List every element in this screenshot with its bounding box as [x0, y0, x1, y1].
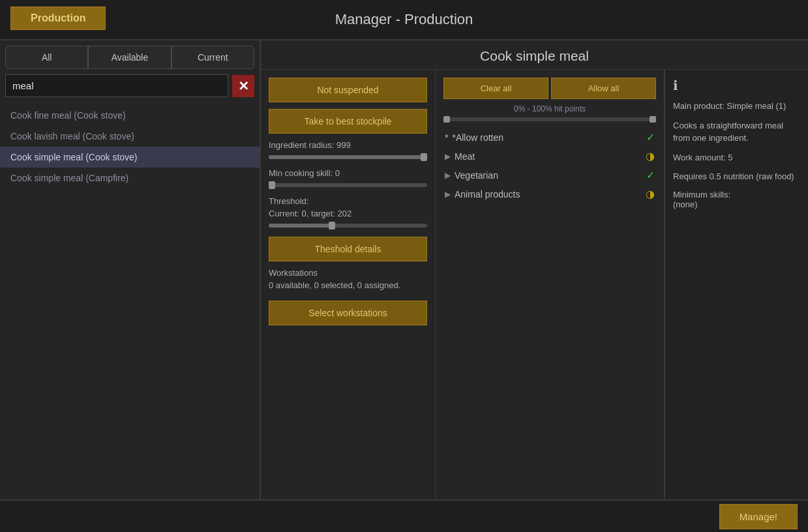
hp-right-thumb[interactable]	[650, 116, 656, 123]
requires-text: Requires 0.5 nutrition (raw food)	[673, 170, 800, 183]
tab-available[interactable]: Available	[88, 46, 171, 69]
animal-products-label: Animal products	[455, 189, 646, 200]
recipe-list: Cook fine meal (Cook stove) Cook lavish …	[0, 102, 260, 499]
ingredient-radius-label: Ingredient radius: 999	[269, 140, 427, 150]
list-item[interactable]: Cook simple meal (Campfire)	[0, 168, 260, 188]
minimum-skills-value: (none)	[673, 200, 800, 209]
workstations-status: 0 available, 0 selected, 0 assigned.	[269, 280, 427, 290]
tab-all[interactable]: All	[5, 46, 88, 69]
search-input[interactable]	[5, 74, 228, 97]
ingredient-radius-slider-thumb[interactable]	[421, 153, 427, 161]
work-amount-text: Work amount: 5	[673, 151, 800, 164]
list-item[interactable]: Cook fine meal (Cook stove)	[0, 105, 260, 126]
meat-label: Meat	[455, 151, 646, 162]
animal-status-icon: ◑	[646, 188, 655, 200]
threshold-current: Current: 0, target: 202	[269, 209, 427, 218]
vegetarian-arrow-icon: ▶	[445, 171, 451, 180]
vegetarian-status-icon: ✓	[646, 169, 655, 181]
production-tab[interactable]: Production	[10, 7, 106, 30]
description-text: Cooks a straightforward meal from one in…	[673, 119, 800, 145]
animal-arrow-icon: ▶	[445, 190, 451, 199]
threshold-label: Threshold:	[269, 196, 427, 206]
hp-left-thumb[interactable]	[443, 116, 450, 123]
allow-rotten-row[interactable]: * *Allow rotten ✓	[443, 128, 656, 147]
allow-rotten-label: *Allow rotten	[452, 132, 646, 143]
main-product-text: Main product: Simple meal (1)	[673, 100, 800, 113]
list-item[interactable]: Cook lavish meal (Cook stove)	[0, 126, 260, 147]
not-suspended-button[interactable]: Not suspended	[269, 78, 427, 102]
hitpoints-range-label: 0% - 100% hit points	[443, 104, 656, 113]
take-to-best-stockpile-button[interactable]: Take to best stockpile	[269, 109, 427, 134]
meat-arrow-icon: ▶	[445, 152, 451, 161]
min-cooking-skill-label: Min cooking skill: 0	[269, 168, 427, 178]
threshold-section: Threshold: Current: 0, target: 202	[269, 196, 427, 230]
min-cooking-skill-section: Min cooking skill: 0	[269, 168, 427, 190]
minimum-skills-section: Minimum skills: (none)	[673, 190, 800, 209]
workstations-section: Workstations 0 available, 0 selected, 0 …	[269, 268, 427, 294]
ingredient-animal-row[interactable]: ▶ Animal products ◑	[443, 185, 656, 203]
allow-rotten-icon: ✓	[646, 131, 655, 143]
threshold-slider-fill	[269, 224, 332, 228]
list-item[interactable]: Cook simple meal (Cook stove)	[0, 147, 260, 168]
select-workstations-button[interactable]: Select workstations	[269, 301, 427, 325]
vegetarian-label: Vegetarian	[455, 170, 646, 181]
ingredient-radius-slider-fill	[269, 155, 427, 159]
meat-status-icon: ◑	[646, 150, 655, 162]
minimum-skills-label: Minimum skills:	[673, 190, 800, 200]
allow-all-button[interactable]: Allow all	[551, 78, 656, 99]
info-icon: ℹ	[673, 78, 800, 93]
ingredient-meat-row[interactable]: ▶ Meat ◑	[443, 147, 656, 166]
clear-search-button[interactable]: ✕	[232, 75, 254, 97]
manage-button[interactable]: Manage!	[719, 504, 798, 529]
min-cooking-slider-thumb[interactable]	[269, 181, 275, 189]
threshold-details-button[interactable]: Theshold details	[269, 237, 427, 261]
clear-all-button[interactable]: Clear all	[443, 78, 548, 99]
recipe-title: Cook simple meal	[261, 40, 808, 70]
workstations-label: Workstations	[269, 268, 427, 278]
threshold-slider-thumb[interactable]	[329, 222, 335, 229]
tab-current[interactable]: Current	[172, 46, 254, 69]
ingredient-vegetarian-row[interactable]: ▶ Vegetarian ✓	[443, 166, 656, 185]
allow-rotten-asterisk: *	[445, 132, 448, 143]
window-title: Manager - Production	[335, 11, 473, 28]
ingredient-radius-section: Ingredient radius: 999	[269, 140, 427, 162]
